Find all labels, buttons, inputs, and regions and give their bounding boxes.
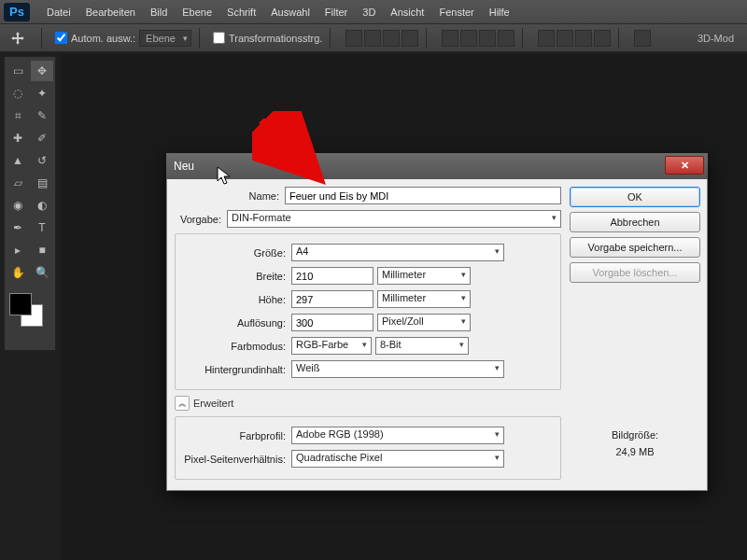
image-size-value: 24,9 MB — [612, 444, 658, 461]
eraser-tool[interactable]: ▱ — [7, 173, 29, 193]
preset-dropdown[interactable]: DIN-Formate — [227, 210, 561, 228]
brush-tool[interactable]: ✐ — [31, 128, 53, 148]
close-icon: ✕ — [681, 160, 689, 172]
eyedropper-tool[interactable]: ✎ — [31, 105, 53, 126]
align-icon[interactable] — [345, 30, 362, 47]
aspect-label: Pixel-Seitenverhältnis: — [181, 454, 291, 465]
menu-hilfe[interactable]: Hilfe — [482, 5, 517, 20]
cancel-button[interactable]: Abbrechen — [570, 212, 700, 232]
move-tool[interactable]: ✥ — [31, 61, 53, 81]
height-input[interactable] — [291, 290, 374, 308]
advanced-toggle[interactable]: ︽ Erweitert — [175, 396, 561, 411]
app-logo: Ps — [4, 3, 30, 21]
distribute-icon[interactable] — [557, 30, 573, 47]
distribute-icons — [442, 30, 514, 47]
heal-tool[interactable]: ✚ — [7, 128, 29, 148]
menu-schrift[interactable]: Schrift — [219, 5, 263, 20]
options-bar: Autom. ausw.: Ebene Transformationsstrg.… — [0, 24, 747, 52]
image-size-label: Bildgröße: — [612, 427, 658, 444]
blur-tool[interactable]: ◉ — [7, 195, 29, 216]
transform-controls-label: Transformationsstrg. — [229, 33, 322, 44]
colormode-dropdown[interactable]: RGB-Farbe — [291, 337, 372, 355]
toolbox: ▭ ✥ ◌ ✦ ⌗ ✎ ✚ ✐ ▲ ↺ ▱ ▤ ◉ ◐ ✒ T ▸ ■ ✋ 🔍 — [4, 56, 56, 351]
3d-mode-label: 3D-Mod — [698, 33, 740, 44]
name-label: Name: — [175, 190, 285, 202]
colorprofile-dropdown[interactable]: Adobe RGB (1998) — [291, 427, 504, 444]
stamp-tool[interactable]: ▲ — [7, 150, 29, 171]
color-swatches[interactable] — [7, 290, 53, 328]
path-tool[interactable]: ▸ — [7, 240, 29, 260]
history-brush-tool[interactable]: ↺ — [31, 150, 53, 171]
3d-icon[interactable] — [634, 30, 651, 47]
lasso-tool[interactable]: ◌ — [7, 83, 29, 104]
height-label: Höhe: — [181, 294, 291, 305]
dialog-title: Neu — [172, 160, 194, 173]
menu-bearbeiten[interactable]: Bearbeiten — [78, 5, 143, 20]
chevron-up-icon: ︽ — [175, 396, 190, 411]
menu-fenster[interactable]: Fenster — [431, 5, 481, 20]
transform-controls-checkbox[interactable] — [213, 32, 225, 44]
distribute-icon[interactable] — [538, 30, 555, 47]
save-preset-button[interactable]: Vorgabe speichern... — [570, 237, 700, 258]
name-input[interactable] — [285, 187, 561, 204]
menu-ansicht[interactable]: Ansicht — [383, 5, 431, 20]
menu-3d[interactable]: 3D — [355, 5, 383, 20]
menu-datei[interactable]: Datei — [39, 5, 78, 20]
zoom-tool[interactable]: 🔍 — [31, 262, 53, 283]
colorprofile-label: Farbprofil: — [181, 430, 291, 441]
auto-select-label: Autom. ausw.: — [71, 33, 135, 44]
width-unit-dropdown[interactable]: Millimeter — [377, 267, 471, 285]
colormode-label: Farbmodus: — [181, 341, 291, 352]
preset-label: Vorgabe: — [175, 214, 227, 225]
align-icon[interactable] — [402, 30, 418, 47]
menu-filter[interactable]: Filter — [317, 5, 355, 20]
width-label: Breite: — [181, 271, 291, 282]
pen-tool[interactable]: ✒ — [7, 217, 29, 238]
align-icon[interactable] — [383, 30, 400, 47]
resolution-label: Auflösung: — [181, 317, 291, 329]
distribute-icon[interactable] — [498, 30, 514, 47]
background-dropdown[interactable]: Weiß — [291, 360, 504, 378]
gradient-tool[interactable]: ▤ — [31, 173, 53, 193]
hand-tool[interactable]: ✋ — [7, 262, 29, 283]
distribute-icon[interactable] — [575, 30, 592, 47]
move-tool-icon — [7, 28, 28, 49]
advanced-label: Erweitert — [193, 398, 233, 409]
main-menu-bar: Ps Datei Bearbeiten Bild Ebene Schrift A… — [0, 0, 747, 24]
aspect-dropdown[interactable]: Quadratische Pixel — [291, 450, 504, 468]
crop-tool[interactable]: ⌗ — [7, 105, 29, 126]
quickmask-toggle[interactable] — [7, 333, 29, 346]
align-icons — [345, 30, 418, 47]
delete-preset-button[interactable]: Vorgabe löschen... — [570, 262, 700, 283]
distribute-icon[interactable] — [460, 30, 477, 47]
distribute-icon[interactable] — [442, 30, 458, 47]
dialog-titlebar[interactable]: Neu ✕ — [166, 153, 708, 179]
new-document-dialog: Neu ✕ Name: Vorgabe: DIN-Formate Größe: … — [166, 153, 708, 491]
shape-tool[interactable]: ■ — [31, 240, 53, 260]
resolution-unit-dropdown[interactable]: Pixel/Zoll — [377, 314, 471, 331]
menu-auswahl[interactable]: Auswahl — [263, 5, 317, 20]
type-tool[interactable]: T — [31, 217, 53, 238]
menu-bild[interactable]: Bild — [143, 5, 175, 20]
auto-select-target-dropdown[interactable]: Ebene — [139, 30, 191, 47]
height-unit-dropdown[interactable]: Millimeter — [377, 290, 471, 308]
size-dropdown[interactable]: A4 — [291, 244, 504, 261]
close-button[interactable]: ✕ — [665, 156, 704, 175]
bitdepth-dropdown[interactable]: 8-Bit — [375, 337, 469, 355]
marquee-tool[interactable]: ▭ — [7, 61, 29, 81]
background-label: Hintergrundinhalt: — [181, 364, 291, 375]
wand-tool[interactable]: ✦ — [31, 83, 53, 104]
size-label: Größe: — [181, 247, 291, 259]
distribute2-icons — [538, 30, 611, 47]
width-input[interactable] — [291, 267, 374, 285]
ok-button[interactable]: OK — [570, 187, 700, 207]
distribute-icon[interactable] — [594, 30, 611, 47]
resolution-input[interactable] — [291, 314, 374, 331]
screenmode-toggle[interactable] — [31, 333, 53, 346]
distribute-icon[interactable] — [479, 30, 496, 47]
align-icon[interactable] — [364, 30, 381, 47]
dodge-tool[interactable]: ◐ — [31, 195, 53, 216]
menu-ebene[interactable]: Ebene — [175, 5, 219, 20]
auto-select-checkbox[interactable] — [55, 32, 67, 44]
